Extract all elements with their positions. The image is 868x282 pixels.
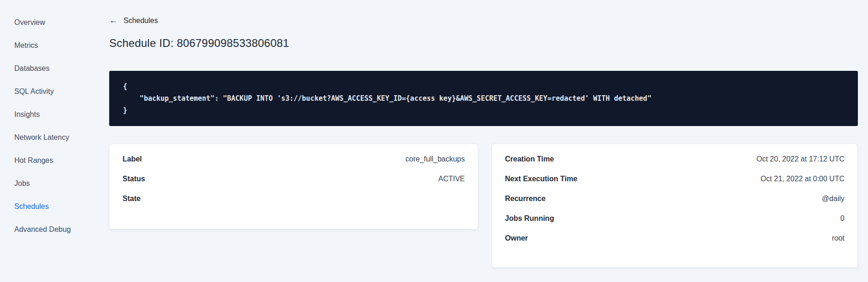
detail-row-state: State <box>123 195 465 214</box>
detail-cards: Label core_full_backups Status ACTIVE St… <box>109 144 858 268</box>
row-value: root <box>832 234 845 242</box>
row-value: Oct 20, 2022 at 17:12 UTC <box>757 155 845 163</box>
back-link-label: Schedules <box>123 17 158 25</box>
row-value: core_full_backups <box>405 155 465 163</box>
sidebar-item-advanced-debug[interactable]: Advanced Debug <box>14 218 104 241</box>
row-value: ACTIVE <box>438 175 465 183</box>
row-label: Next Execution Time <box>505 175 577 183</box>
detail-row-creation-time: Creation Time Oct 20, 2022 at 17:12 UTC <box>505 155 845 175</box>
sidebar-item-metrics[interactable]: Metrics <box>14 34 104 57</box>
code-line: { <box>123 82 127 91</box>
detail-row-next-execution-time: Next Execution Time Oct 21, 2022 at 0:00… <box>505 175 845 195</box>
row-label: Status <box>123 175 145 183</box>
schedule-timing-card: Creation Time Oct 20, 2022 at 17:12 UTC … <box>492 144 858 268</box>
row-value: 0 <box>840 214 845 223</box>
sidebar-item-overview[interactable]: Overview <box>14 11 104 34</box>
sidebar-item-network-latency[interactable]: Network Latency <box>14 126 104 149</box>
detail-row-status: Status ACTIVE <box>123 175 465 195</box>
schedule-details-card: Label core_full_backups Status ACTIVE St… <box>109 144 478 230</box>
row-value: Oct 21, 2022 at 0:00 UTC <box>761 175 845 183</box>
sidebar-item-insights[interactable]: Insights <box>14 103 104 126</box>
sidebar: Overview Metrics Databases SQL Activity … <box>0 0 104 282</box>
row-label: Creation Time <box>505 155 554 163</box>
back-link[interactable]: ← Schedules <box>109 17 158 25</box>
sidebar-item-hot-ranges[interactable]: Hot Ranges <box>14 149 104 172</box>
back-arrow-icon: ← <box>109 16 117 24</box>
row-label: Owner <box>505 234 528 242</box>
sidebar-item-sql-activity[interactable]: SQL Activity <box>14 80 104 103</box>
row-value: @daily <box>822 195 845 203</box>
detail-row-label: Label core_full_backups <box>123 155 465 175</box>
row-label: State <box>123 195 141 203</box>
sidebar-item-databases[interactable]: Databases <box>14 57 104 80</box>
sidebar-item-jobs[interactable]: Jobs <box>14 172 104 195</box>
detail-row-owner: Owner root <box>505 234 845 254</box>
row-label: Jobs Running <box>505 214 554 223</box>
code-line: } <box>123 106 127 115</box>
detail-row-recurrence: Recurrence @daily <box>505 195 845 214</box>
backup-statement-code-block: { "backup_statement": "BACKUP INTO 's3:/… <box>109 71 858 126</box>
row-label: Label <box>123 155 142 163</box>
code-line: "backup_statement": "BACKUP INTO 's3://b… <box>123 94 651 103</box>
detail-row-jobs-running: Jobs Running 0 <box>505 214 845 234</box>
main-content: ← Schedules Schedule ID: 806799098533806… <box>109 0 858 268</box>
sidebar-item-schedules[interactable]: Schedules <box>14 195 104 218</box>
row-label: Recurrence <box>505 195 545 203</box>
page-title: Schedule ID: 806799098533806081 <box>109 37 858 50</box>
